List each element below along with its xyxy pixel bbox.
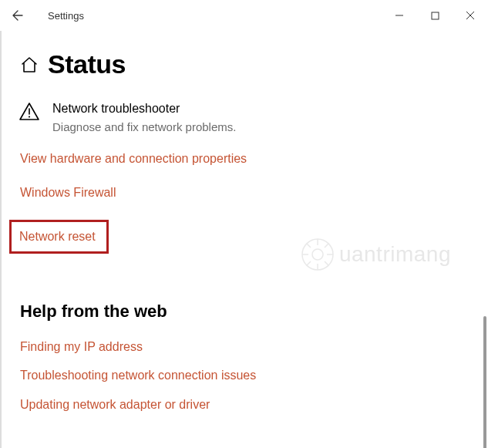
back-button[interactable] bbox=[0, 0, 35, 31]
window-controls bbox=[382, 0, 488, 31]
page-header: Status bbox=[20, 49, 469, 79]
window-title: Settings bbox=[48, 10, 84, 22]
network-reset-highlight: Network reset bbox=[9, 220, 109, 254]
link-windows-firewall[interactable]: Windows Firewall bbox=[20, 186, 116, 200]
maximize-icon bbox=[431, 12, 439, 20]
minimize-icon bbox=[395, 11, 404, 20]
help-link-troubleshooting[interactable]: Troubleshooting network connection issue… bbox=[20, 365, 469, 386]
link-view-hardware[interactable]: View hardware and connection properties bbox=[20, 152, 247, 166]
help-link-ip-address[interactable]: Finding my IP address bbox=[20, 337, 469, 357]
arrow-left-icon bbox=[12, 9, 24, 22]
page-title: Status bbox=[48, 49, 126, 79]
help-link-updating-adapter[interactable]: Updating network adapter or driver bbox=[20, 395, 469, 415]
network-troubleshooter[interactable]: Network troubleshooter Diagnose and fix … bbox=[19, 101, 469, 135]
help-section-title: Help from the web bbox=[20, 301, 469, 322]
content-area: Status Network troubleshooter Diagnose a… bbox=[0, 31, 488, 448]
home-icon[interactable] bbox=[20, 56, 39, 74]
close-icon bbox=[466, 11, 475, 20]
title-bar: Settings bbox=[0, 0, 488, 31]
troubleshooter-desc: Diagnose and fix network problems. bbox=[52, 119, 236, 135]
warning-icon bbox=[19, 101, 40, 123]
minimize-button[interactable] bbox=[382, 0, 417, 31]
maximize-button[interactable] bbox=[417, 0, 453, 31]
troubleshooter-title: Network troubleshooter bbox=[52, 101, 236, 117]
svg-rect-0 bbox=[432, 12, 439, 19]
link-network-reset[interactable]: Network reset bbox=[19, 230, 96, 244]
svg-point-2 bbox=[29, 116, 30, 117]
close-button[interactable] bbox=[453, 0, 488, 31]
vertical-scrollbar[interactable] bbox=[483, 316, 486, 448]
